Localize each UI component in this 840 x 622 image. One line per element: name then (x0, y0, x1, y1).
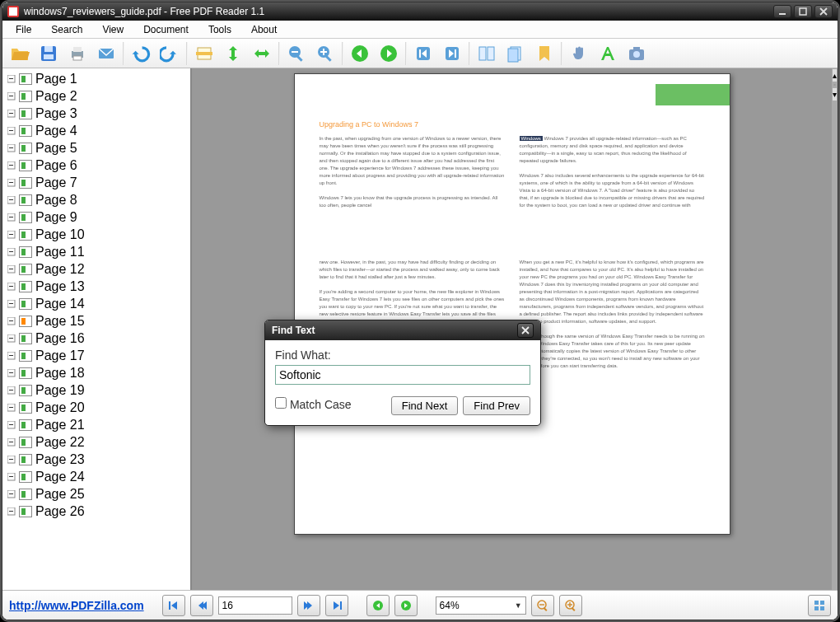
text-select-icon[interactable] (594, 40, 622, 67)
go-forward-button[interactable] (394, 595, 418, 616)
first-page-button[interactable] (162, 595, 185, 616)
collapse-icon[interactable] (6, 316, 17, 327)
sidebar-page-item[interactable]: Page 20 (2, 399, 190, 416)
sidebar-page-item[interactable]: Page 15 (2, 312, 190, 330)
open-icon[interactable] (6, 40, 34, 67)
sidebar-page-item[interactable]: Page 25 (2, 485, 190, 503)
sidebar-page-item[interactable]: Page 24 (2, 468, 190, 485)
bookmark-icon[interactable] (530, 40, 558, 67)
sidebar-page-item[interactable]: Page 6 (2, 157, 190, 174)
zoom-in-icon[interactable] (311, 40, 339, 67)
sidebar-page-item[interactable]: Page 2 (2, 87, 190, 105)
collapse-icon[interactable] (6, 91, 17, 102)
collapse-icon[interactable] (6, 298, 17, 310)
email-icon[interactable] (92, 40, 120, 67)
actual-size-icon[interactable] (190, 40, 218, 67)
close-button[interactable] (814, 5, 833, 18)
thumbnails-button[interactable] (808, 595, 831, 616)
next-page-button[interactable] (297, 595, 320, 616)
sidebar-page-item[interactable]: Page 11 (2, 243, 190, 260)
sidebar-page-item[interactable]: Page 7 (2, 174, 190, 191)
dialog-close-button[interactable] (517, 323, 534, 338)
fit-page-icon[interactable] (219, 40, 247, 67)
collapse-icon[interactable] (6, 229, 17, 241)
hand-tool-icon[interactable] (565, 40, 593, 67)
collapse-icon[interactable] (6, 489, 17, 500)
collapse-icon[interactable] (6, 402, 17, 414)
scroll-down-icon[interactable]: ▾ (832, 87, 838, 101)
dual-page-icon[interactable] (502, 40, 530, 67)
collapse-icon[interactable] (6, 471, 17, 483)
sidebar-page-item[interactable]: Page 3 (2, 105, 190, 122)
last-page-button[interactable] (325, 595, 348, 616)
zoom-level-select[interactable]: 64% ▼ (436, 596, 526, 615)
collapse-icon[interactable] (6, 385, 17, 396)
sidebar-page-item[interactable]: Page 8 (2, 191, 190, 208)
sidebar-page-item[interactable]: Page 16 (2, 330, 190, 347)
sidebar-page-item[interactable]: Page 22 (2, 433, 190, 451)
collapse-icon[interactable] (6, 108, 17, 119)
sidebar-page-item[interactable]: Page 5 (2, 139, 190, 157)
collapse-icon[interactable] (6, 194, 17, 206)
collapse-icon[interactable] (6, 454, 17, 465)
scroll-up-icon[interactable]: ▴ (832, 68, 838, 82)
menu-about[interactable]: About (243, 22, 285, 37)
prev-page-button[interactable] (190, 595, 213, 616)
save-icon[interactable] (35, 40, 63, 67)
find-what-input[interactable] (275, 365, 530, 385)
multi-page-icon[interactable] (473, 40, 501, 67)
sidebar-page-item[interactable]: Page 18 (2, 364, 190, 381)
collapse-icon[interactable] (6, 419, 17, 431)
sidebar-page-item[interactable]: Page 14 (2, 295, 190, 312)
find-prev-button[interactable]: Find Prev (463, 396, 530, 415)
vertical-scrollbar[interactable]: ▴ ▾ (832, 68, 838, 590)
go-back-button[interactable] (366, 595, 390, 616)
sidebar-page-item[interactable]: Page 4 (2, 122, 190, 139)
first-page-blue-icon[interactable] (409, 40, 437, 67)
collapse-icon[interactable] (6, 437, 17, 448)
current-page-input[interactable] (218, 596, 292, 615)
sidebar-page-item[interactable]: Page 12 (2, 260, 190, 278)
fit-width-icon[interactable] (248, 40, 276, 67)
menu-file[interactable]: File (7, 22, 40, 37)
sidebar-page-item[interactable]: Page 21 (2, 416, 190, 433)
sidebar-page-item[interactable]: Page 13 (2, 278, 190, 295)
sidebar-page-item[interactable]: Page 19 (2, 381, 190, 399)
sidebar-page-item[interactable]: Page 9 (2, 208, 190, 226)
last-page-blue-icon[interactable] (438, 40, 466, 67)
menu-document[interactable]: Document (135, 22, 197, 37)
collapse-icon[interactable] (6, 73, 17, 85)
match-case-checkbox[interactable]: Match Case (275, 397, 352, 411)
undo-icon[interactable] (127, 40, 155, 67)
collapse-icon[interactable] (6, 143, 17, 154)
collapse-icon[interactable] (6, 333, 17, 344)
zoom-out-button[interactable] (531, 595, 554, 616)
menu-search[interactable]: Search (43, 22, 91, 37)
website-link[interactable]: http://www.PDFZilla.com (9, 599, 144, 612)
collapse-icon[interactable] (6, 160, 17, 171)
collapse-icon[interactable] (6, 281, 17, 292)
sidebar-page-item[interactable]: Page 23 (2, 451, 190, 468)
print-icon[interactable] (63, 40, 91, 67)
menu-view[interactable]: View (94, 22, 132, 37)
collapse-icon[interactable] (6, 350, 17, 362)
minimize-button[interactable] (773, 5, 791, 18)
sidebar-page-item[interactable]: Page 26 (2, 503, 190, 520)
collapse-icon[interactable] (6, 177, 17, 189)
collapse-icon[interactable] (6, 367, 17, 379)
menu-tools[interactable]: Tools (200, 22, 240, 37)
find-next-button[interactable]: Find Next (391, 396, 459, 415)
pages-list[interactable]: Page 1Page 2Page 3Page 4Page 5Page 6Page… (2, 68, 190, 590)
sidebar-page-item[interactable]: Page 10 (2, 226, 190, 243)
sidebar-page-item[interactable]: Page 1 (2, 70, 190, 87)
collapse-icon[interactable] (6, 246, 17, 258)
redo-icon[interactable] (156, 40, 184, 67)
snapshot-icon[interactable] (623, 40, 651, 67)
next-page-green-icon[interactable] (375, 40, 403, 67)
scroll-thumb[interactable] (833, 84, 836, 86)
collapse-icon[interactable] (6, 125, 17, 137)
maximize-button[interactable] (794, 5, 812, 18)
zoom-in-button[interactable] (559, 595, 582, 616)
collapse-icon[interactable] (6, 212, 17, 223)
prev-page-green-icon[interactable] (346, 40, 374, 67)
